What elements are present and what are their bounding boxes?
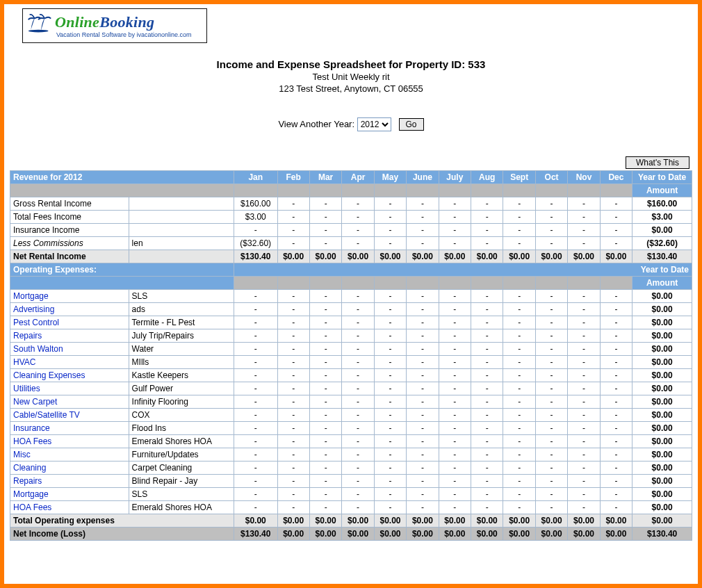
unit-name: Test Unit Weekly rit xyxy=(10,72,692,82)
month-header: Oct xyxy=(535,171,567,184)
expense-link[interactable]: HVAC xyxy=(10,356,129,369)
row-vendor: ads xyxy=(129,303,234,316)
cell: - xyxy=(407,197,439,211)
cell: - xyxy=(600,224,632,237)
operating-expenses-header: Operating Expenses: xyxy=(10,263,234,277)
row-vendor: len xyxy=(129,237,234,250)
go-button[interactable]: Go xyxy=(399,118,424,131)
cell: - xyxy=(309,197,341,211)
table-row: South WaltonWater------------$0.00 xyxy=(10,343,692,356)
cell: - xyxy=(535,197,567,211)
cell: - xyxy=(600,211,632,224)
table-row: HOA FeesEmerald Shores HOA------------$0… xyxy=(10,501,692,514)
table-row: Less Commissionslen($32.60)-----------($… xyxy=(10,237,692,250)
whats-this-button[interactable]: What's This xyxy=(626,156,689,169)
row-label: Gross Rental Income xyxy=(10,197,129,211)
brand-word-1: Online xyxy=(55,13,99,31)
view-year-label: View Another Year: xyxy=(278,119,354,129)
expense-link[interactable]: Utilities xyxy=(10,382,129,395)
expense-link[interactable]: Cleaning xyxy=(10,462,129,475)
expense-link[interactable]: Repairs xyxy=(10,475,129,488)
expense-link[interactable]: Misc xyxy=(10,448,129,462)
cell: - xyxy=(309,237,341,250)
expense-link[interactable]: Cable/Satellite TV xyxy=(10,409,129,422)
table-row: MortgageSLS------------$0.00 xyxy=(10,488,692,501)
row-vendor: Blind Repair - Jay xyxy=(129,475,234,488)
cell: - xyxy=(471,224,503,237)
row-label: Total Fees Income xyxy=(10,211,129,224)
ytd-cell: $160.00 xyxy=(632,197,692,211)
expense-link[interactable]: Mortgage xyxy=(10,290,129,303)
table-row: MortgageSLS------------$0.00 xyxy=(10,290,692,303)
cell: - xyxy=(277,237,309,250)
month-header: Feb xyxy=(277,171,309,184)
cell: - xyxy=(535,224,567,237)
expense-link[interactable]: HOA Fees xyxy=(10,435,129,448)
month-header: Jan xyxy=(234,171,277,184)
cell: - xyxy=(277,211,309,224)
row-vendor: COX xyxy=(129,409,234,422)
cell: - xyxy=(277,197,309,211)
cell: - xyxy=(471,211,503,224)
cell: - xyxy=(471,197,503,211)
row-vendor: Termite - FL Pest xyxy=(129,316,234,329)
row-vendor: SLS xyxy=(129,488,234,501)
row-label: Insurance Income xyxy=(10,224,129,237)
row-vendor: MIlls xyxy=(129,356,234,369)
expense-link[interactable]: Mortgage xyxy=(10,488,129,501)
cell: - xyxy=(407,237,439,250)
month-header: Sept xyxy=(503,171,535,184)
row-label: Less Commissions xyxy=(10,237,129,250)
table-row: Cleaning ExpensesKastle Keepers---------… xyxy=(10,369,692,382)
cell: - xyxy=(568,211,600,224)
row-vendor: Emerald Shores HOA xyxy=(129,501,234,514)
table-row: Insurance Income------------$0.00 xyxy=(10,224,692,237)
cell: - xyxy=(277,224,309,237)
row-vendor xyxy=(129,197,234,211)
brand-subtitle: Vacation Rental Software by ivacationonl… xyxy=(27,31,202,38)
cell: - xyxy=(407,211,439,224)
month-header: July xyxy=(439,171,471,184)
expense-link[interactable]: Insurance xyxy=(10,422,129,435)
month-header: May xyxy=(374,171,406,184)
cell: - xyxy=(535,211,567,224)
cell: - xyxy=(439,224,471,237)
svg-point-0 xyxy=(28,30,49,33)
cell: - xyxy=(568,197,600,211)
row-vendor: Emerald Shores HOA xyxy=(129,435,234,448)
cell: - xyxy=(503,224,535,237)
page-title: Income and Expense Spreadsheet for Prope… xyxy=(10,58,692,70)
table-row: New CarpetInfinity Flooring------------$… xyxy=(10,395,692,409)
expense-link[interactable]: New Carpet xyxy=(10,395,129,409)
cell: - xyxy=(503,197,535,211)
table-row: RepairsBlind Repair - Jay------------$0.… xyxy=(10,475,692,488)
expense-link[interactable]: Cleaning Expenses xyxy=(10,369,129,382)
cell: - xyxy=(309,211,341,224)
palm-tree-icon xyxy=(27,12,52,33)
cell: - xyxy=(234,224,277,237)
expense-link[interactable]: Repairs xyxy=(10,329,129,343)
expense-link[interactable]: South Walton xyxy=(10,343,129,356)
expense-link[interactable]: Advertising xyxy=(10,303,129,316)
row-vendor xyxy=(129,211,234,224)
table-row: CleaningCarpet Cleaning------------$0.00 xyxy=(10,462,692,475)
expense-link[interactable]: HOA Fees xyxy=(10,501,129,514)
cell: - xyxy=(503,211,535,224)
row-vendor: Furniture/Updates xyxy=(129,448,234,462)
year-select[interactable]: 2012 xyxy=(357,117,391,131)
cell: - xyxy=(374,211,406,224)
row-vendor: Flood Ins xyxy=(129,422,234,435)
cell: - xyxy=(439,197,471,211)
expense-link[interactable]: Pest Control xyxy=(10,316,129,329)
cell: - xyxy=(600,197,632,211)
month-header: June xyxy=(407,171,439,184)
cell: - xyxy=(374,224,406,237)
row-vendor xyxy=(129,224,234,237)
month-header: Mar xyxy=(309,171,341,184)
net-income-row: Net Income (Loss)$130.40$0.00$0.00$0.00$… xyxy=(10,528,692,541)
cell: - xyxy=(439,237,471,250)
table-row: Pest ControlTermite - FL Pest-----------… xyxy=(10,316,692,329)
brand-word-2: Booking xyxy=(99,13,154,31)
cell: - xyxy=(503,237,535,250)
cell: - xyxy=(568,224,600,237)
